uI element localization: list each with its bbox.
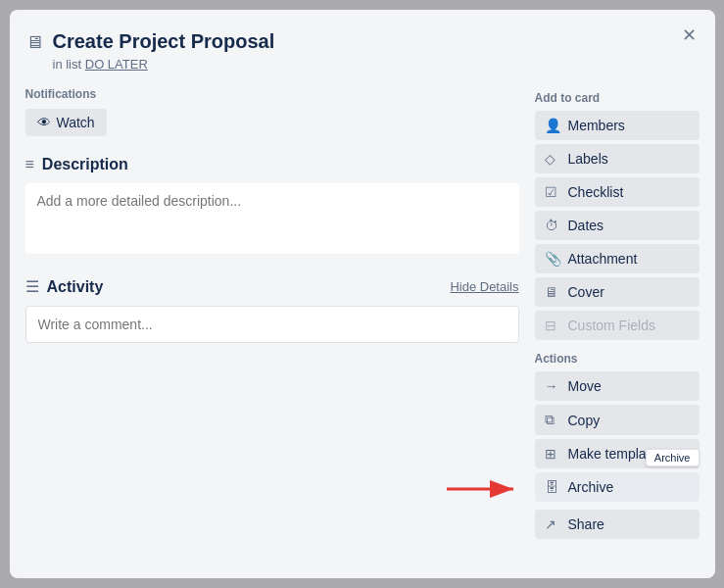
share-icon: ↗ (545, 516, 560, 532)
checklist-button[interactable]: ☑ Checklist (535, 177, 700, 207)
members-label: Members (568, 118, 625, 133)
hide-details-button[interactable]: Hide Details (450, 279, 518, 294)
notifications-section: Notifications 👁 Watch (25, 87, 519, 136)
activity-title: Activity (47, 278, 104, 296)
actions-label: Actions (535, 352, 700, 366)
archive-arrow-container (447, 475, 525, 503)
notifications-label: Notifications (25, 87, 519, 101)
close-button[interactable]: ✕ (676, 22, 703, 49)
dates-label: Dates (568, 218, 604, 233)
description-title: Description (42, 156, 128, 173)
cover-icon: 🖥 (545, 284, 560, 300)
activity-header: ☰ Activity Hide Details (25, 277, 519, 296)
attachment-button[interactable]: 📎 Attachment (535, 244, 700, 273)
labels-label: Labels (568, 151, 608, 167)
modal-body: Notifications 👁 Watch ≡ Description (25, 87, 700, 543)
members-button[interactable]: 👤 Members (535, 111, 700, 140)
dates-button[interactable]: ⏱ Dates (535, 211, 700, 240)
card-icon: 🖥 (25, 32, 43, 53)
cover-button[interactable]: 🖥 Cover (535, 277, 700, 307)
archive-button[interactable]: 🗄 Archive Archive (535, 472, 700, 502)
description-input[interactable] (25, 183, 519, 254)
copy-icon: ⧉ (545, 412, 560, 428)
modal-subtitle: in list DO LATER (53, 57, 700, 72)
watch-label: Watch (57, 115, 95, 130)
make-template-icon: ⊞ (545, 446, 560, 462)
copy-label: Copy (568, 413, 601, 428)
archive-tooltip: Archive (646, 449, 700, 466)
make-template-label: Make template (568, 446, 658, 462)
modal-overlay: ✕ 🖥 Create Project Proposal in list DO L… (0, 0, 724, 588)
activity-left: ☰ Activity (25, 277, 104, 296)
labels-icon: ◇ (545, 151, 560, 167)
list-link[interactable]: DO LATER (85, 57, 148, 72)
copy-button[interactable]: ⧉ Copy (535, 405, 700, 435)
activity-section: ☰ Activity Hide Details (25, 277, 519, 343)
attachment-icon: 📎 (545, 251, 560, 267)
sidebar: Add to card 👤 Members ◇ Labels ☑ Checkli… (535, 87, 700, 543)
description-icon: ≡ (25, 156, 34, 173)
description-section: ≡ Description (25, 156, 519, 258)
watch-button[interactable]: 👁 Watch (25, 109, 107, 136)
custom-fields-icon: ⊟ (545, 318, 560, 333)
eye-icon: 👁 (37, 115, 51, 130)
archive-label: Archive (568, 479, 614, 495)
activity-icon: ☰ (25, 277, 39, 296)
close-icon: ✕ (682, 24, 697, 46)
comment-input[interactable] (25, 306, 519, 343)
move-icon: → (545, 378, 560, 394)
checklist-label: Checklist (568, 184, 624, 200)
share-label: Share (568, 516, 604, 532)
add-to-card-label: Add to card (535, 91, 700, 105)
modal: ✕ 🖥 Create Project Proposal in list DO L… (10, 10, 715, 578)
move-button[interactable]: → Move (535, 371, 700, 401)
custom-fields-label: Custom Fields (568, 318, 655, 333)
labels-button[interactable]: ◇ Labels (535, 144, 700, 173)
red-arrow-svg (447, 475, 525, 503)
checklist-icon: ☑ (545, 184, 560, 200)
attachment-label: Attachment (568, 251, 638, 267)
move-label: Move (568, 378, 602, 394)
modal-header: 🖥 Create Project Proposal (25, 29, 700, 53)
members-icon: 👤 (545, 118, 560, 133)
cover-label: Cover (568, 284, 604, 300)
description-header: ≡ Description (25, 156, 519, 173)
dates-icon: ⏱ (545, 218, 560, 233)
modal-title: Create Project Proposal (53, 29, 275, 53)
archive-icon: 🗄 (545, 479, 560, 495)
share-button[interactable]: ↗ Share (535, 510, 700, 539)
main-content: Notifications 👁 Watch ≡ Description (25, 87, 519, 543)
archive-row: 🗄 Archive Archive (535, 472, 700, 506)
custom-fields-button[interactable]: ⊟ Custom Fields (535, 311, 700, 340)
